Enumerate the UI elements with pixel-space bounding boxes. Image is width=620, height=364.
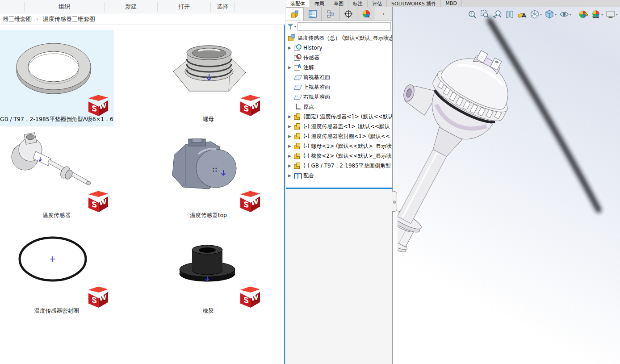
tab-solidworks-addins[interactable]: SOLIDWORKS 插件 bbox=[387, 0, 441, 7]
expand-arrow-icon[interactable]: ▶ bbox=[288, 173, 294, 178]
section-view-icon[interactable] bbox=[504, 9, 515, 20]
dimxpertmanager-icon[interactable] bbox=[339, 7, 357, 21]
apply-scene-icon[interactable]: ▾ bbox=[591, 9, 603, 20]
tab-assembly[interactable]: 装配体 bbox=[286, 0, 310, 7]
displaymanager-icon[interactable] bbox=[357, 7, 375, 21]
part-icon bbox=[294, 142, 302, 150]
manager-tab-overflow-chevron[interactable]: › bbox=[375, 7, 392, 21]
file-item-rubber[interactable]: S W 橡胶 bbox=[152, 222, 265, 318]
tab-sketch[interactable]: 草图 bbox=[329, 0, 348, 7]
nut-thumbnail bbox=[161, 35, 256, 102]
organize-button[interactable]: 组织 bbox=[25, 3, 104, 11]
rubber-thumbnail bbox=[161, 226, 256, 293]
filter-caret-icon[interactable]: ▾ bbox=[294, 25, 296, 29]
expand-arrow-icon[interactable]: ▶ bbox=[288, 154, 294, 158]
tree-filter-row: ▾ bbox=[286, 21, 392, 32]
tree-row-component-washer[interactable]: ▶ (-) GB / T97．2-1985平垫圈倒角型 bbox=[286, 161, 392, 171]
tree-row-component-cover[interactable]: ▶ (-) 温度传感器盖<1> (默认<<默认 bbox=[286, 121, 392, 131]
washer-thumbnail bbox=[9, 35, 105, 102]
plane-icon bbox=[294, 84, 302, 91]
hide-show-items-icon[interactable]: ▾ bbox=[559, 9, 572, 20]
solidworks-file-badge: S W bbox=[88, 95, 109, 116]
expand-arrow-icon[interactable]: ▶ bbox=[288, 46, 294, 50]
tree-row-origin[interactable]: ▶ 原点 bbox=[286, 102, 392, 112]
tab-layout[interactable]: 布局 bbox=[310, 0, 329, 7]
sensor-top-thumbnail bbox=[161, 131, 256, 198]
part-icon bbox=[294, 123, 302, 130]
file-item-washer[interactable]: S W GB / T97．2-1985平垫圈倒角型A级6×1．6 bbox=[0, 30, 113, 126]
file-item-label: 温度传感器top bbox=[152, 212, 265, 219]
panel-splitter-handle[interactable] bbox=[392, 191, 397, 212]
solidworks-file-badge: S W bbox=[88, 191, 109, 212]
tree-row-history[interactable]: ▶ History bbox=[286, 43, 392, 53]
expand-arrow-icon[interactable]: ▶ bbox=[288, 124, 294, 129]
tab-markup[interactable]: 标注 bbox=[348, 0, 368, 7]
tree-row-sensors[interactable]: ▶ 传感器 bbox=[286, 53, 392, 63]
file-item-nut[interactable]: S W 螺母 bbox=[152, 30, 265, 126]
toolbar-separator bbox=[234, 2, 235, 12]
new-button[interactable]: 新建 bbox=[105, 3, 157, 11]
edit-appearance-icon[interactable] bbox=[578, 9, 589, 20]
o-ring-thumbnail bbox=[9, 226, 105, 293]
expand-arrow-icon[interactable]: ▶ bbox=[288, 134, 294, 138]
expand-arrow-icon[interactable]: ▶ bbox=[288, 144, 294, 148]
file-explorer-window: 组织 新建 打开 选择 器三维套图 › 温度传感器三维套图 S bbox=[0, 0, 286, 364]
tree-row-assembly-root[interactable]: 温度传感器（总） (默认<默认_显示状态 bbox=[286, 33, 392, 43]
propertymanager-icon[interactable] bbox=[304, 7, 322, 21]
tab-evaluate[interactable]: 评估 bbox=[368, 0, 387, 7]
dropdown-caret-icon[interactable]: ▾ bbox=[555, 13, 557, 17]
screen: 组织 新建 打开 选择 器三维套图 › 温度传感器三维套图 S bbox=[0, 0, 620, 364]
svg-text:A: A bbox=[522, 12, 526, 19]
explorer-toolbar: 组织 新建 打开 选择 bbox=[0, 0, 286, 13]
tree-row-component-sensor[interactable]: ▶ (固定) 温度传感器<1> (默认<<默认 bbox=[286, 112, 392, 121]
dropdown-caret-icon[interactable]: ▾ bbox=[540, 13, 542, 17]
select-button[interactable]: 选择 bbox=[211, 3, 234, 11]
tab-mbd[interactable]: MBD bbox=[441, 0, 462, 7]
solidworks-window: 装配体 布局 草图 标注 评估 SOLIDWORKS 插件 MBD bbox=[286, 0, 620, 364]
tree-row-component-seal[interactable]: ▶ (-) 温度传感器密封圈<1> (默认<< bbox=[286, 131, 392, 141]
file-item-label: 温度传感器密封圈 bbox=[0, 307, 113, 315]
headsup-view-toolbar: A ▾ ▾ ▾ bbox=[467, 9, 618, 20]
open-button[interactable]: 打开 bbox=[158, 3, 210, 11]
tree-row-annotations[interactable]: ▶ 注解 bbox=[286, 63, 392, 72]
file-item-label: GB / T97．2-1985平垫圈倒角型A级6×1．6 bbox=[0, 116, 113, 123]
dropdown-caret-icon[interactable]: ▾ bbox=[570, 13, 571, 17]
annotation-view-icon[interactable]: A bbox=[517, 9, 528, 20]
part-icon bbox=[294, 162, 302, 169]
file-item-sensor-top[interactable]: S W 温度传感器top bbox=[152, 126, 265, 222]
tree-row-top-plane[interactable]: ▶ 上视基准面 bbox=[286, 82, 392, 92]
display-style-icon[interactable]: ▾ bbox=[544, 9, 557, 20]
zoom-to-fit-icon[interactable] bbox=[467, 9, 478, 20]
tree-row-component-nut[interactable]: ▶ (-) 螺母<1> (默认<<默认>_显示状 bbox=[286, 141, 392, 151]
view-orientation-icon[interactable]: ▾ bbox=[529, 9, 542, 20]
mates-paperclip-icon bbox=[294, 172, 302, 179]
breadcrumb-current[interactable]: 温度传感器三维套图 bbox=[41, 15, 97, 23]
dropdown-caret-icon[interactable]: ▾ bbox=[601, 13, 603, 17]
tree-row-component-rubber[interactable]: ▶ (-) 橡胶<2> (默认<<默认>_显示状 bbox=[286, 151, 392, 161]
previous-view-icon[interactable] bbox=[492, 9, 503, 20]
expand-arrow-icon[interactable]: ▶ bbox=[288, 114, 294, 119]
expand-arrow-icon[interactable]: ▶ bbox=[288, 163, 294, 168]
tree-row-mates[interactable]: ▶ 配合 bbox=[286, 171, 392, 180]
breadcrumb-parent[interactable]: 器三维套图 bbox=[1, 15, 34, 23]
tree-row-right-plane[interactable]: ▶ 右视基准面 bbox=[286, 92, 392, 102]
annotations-folder-icon bbox=[294, 64, 302, 71]
zoom-to-area-icon[interactable] bbox=[479, 9, 490, 20]
tree-row-front-plane[interactable]: ▶ 前视基准面 bbox=[286, 72, 392, 82]
filter-funnel-icon[interactable] bbox=[287, 23, 294, 30]
expand-arrow-icon[interactable]: ▶ bbox=[288, 65, 294, 70]
file-item-seal-ring[interactable]: S W 温度传感器密封圈 bbox=[0, 222, 113, 318]
breadcrumb: 器三维套图 › 温度传感器三维套图 bbox=[0, 14, 286, 25]
featuremanager-tree-icon[interactable] bbox=[286, 7, 304, 21]
file-item-temperature-sensor[interactable]: S W 温度传感器 bbox=[0, 126, 113, 222]
origin-icon bbox=[294, 103, 302, 110]
panel-empty-area bbox=[286, 189, 392, 364]
temperature-sensor-thumbnail bbox=[9, 131, 105, 198]
sensor-3d-model bbox=[398, 27, 526, 364]
view-settings-icon[interactable]: ▾ bbox=[605, 9, 618, 20]
configurationmanager-icon[interactable] bbox=[322, 7, 339, 21]
tree-filter-input[interactable] bbox=[297, 22, 391, 31]
manager-tab-bar: › bbox=[286, 7, 392, 21]
dropdown-caret-icon[interactable]: ▾ bbox=[616, 13, 618, 17]
commandmanager-tabs: 装配体 布局 草图 标注 评估 SOLIDWORKS 插件 MBD bbox=[286, 0, 462, 7]
